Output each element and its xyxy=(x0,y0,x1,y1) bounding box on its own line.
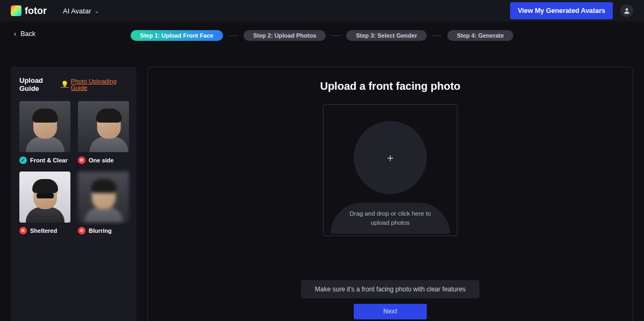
guide-label: ✓ Front & Clear xyxy=(19,156,70,164)
guide-image xyxy=(78,172,129,223)
x-icon: ✕ xyxy=(78,156,85,164)
lightbulb-icon: 💡 xyxy=(61,81,69,88)
avatar-silhouette: ＋ Drag and drop or click here to upload … xyxy=(331,121,449,236)
step-connector xyxy=(331,35,341,36)
guide-link-label: Photo Uploading Guide xyxy=(71,78,128,91)
guide-label-text: One side xyxy=(89,157,113,163)
guide-label: ✕ Blurring xyxy=(78,227,129,234)
guide-grid: ✓ Front & Clear ✕ One side ✕ xyxy=(19,101,128,234)
svg-point-0 xyxy=(626,8,628,11)
step-connector xyxy=(228,35,238,36)
upload-guide-panel: Upload Guide 💡 Photo Uploading Guide ✓ F… xyxy=(11,67,137,321)
x-icon: ✕ xyxy=(19,227,27,234)
brand-name: fotor xyxy=(25,5,47,17)
step-1-pill[interactable]: Step 1: Upload Front Face xyxy=(131,30,223,41)
steps-bar: Step 1: Upload Front Face Step 2: Upload… xyxy=(0,27,644,44)
header-right: View My Generated Avatars xyxy=(510,2,633,19)
content-title: Upload a front facing photo xyxy=(320,80,460,92)
sidebar-header: Upload Guide 💡 Photo Uploading Guide xyxy=(19,76,128,92)
sidebar-title: Upload Guide xyxy=(19,76,61,92)
guide-item-sheltered: ✕ Sheltered xyxy=(19,172,70,234)
guide-item-blurring: ✕ Blurring xyxy=(78,172,129,234)
x-icon: ✕ xyxy=(78,227,85,234)
step-2-pill[interactable]: Step 2: Upload Photos xyxy=(244,30,326,41)
guide-label: ✕ Sheltered xyxy=(19,227,70,234)
chevron-down-icon: ⌄ xyxy=(95,8,99,14)
upload-hint-text: Drag and drop or click here to upload ph… xyxy=(341,209,439,228)
user-avatar[interactable] xyxy=(620,4,633,17)
guide-image xyxy=(19,101,70,152)
chevron-left-icon: ‹ xyxy=(14,30,16,38)
view-generated-avatars-button[interactable]: View My Generated Avatars xyxy=(510,2,613,19)
header-left: fotor AI Avatar ⌄ xyxy=(11,5,99,17)
upload-dropzone[interactable]: ＋ Drag and drop or click here to upload … xyxy=(323,104,457,236)
guide-image xyxy=(78,101,129,152)
guide-item-front-clear: ✓ Front & Clear xyxy=(19,101,70,164)
ai-avatar-dropdown[interactable]: AI Avatar ⌄ xyxy=(63,7,99,15)
brand-logo[interactable]: fotor xyxy=(11,5,47,17)
step-4-pill[interactable]: Step 4: Generate xyxy=(447,30,513,41)
back-label: Back xyxy=(20,30,35,38)
guide-label: ✕ One side xyxy=(78,156,129,164)
hint-banner: Make sure it's a front facing photo with… xyxy=(301,280,480,298)
upload-content-panel: Upload a front facing photo ＋ Drag and d… xyxy=(147,67,633,321)
photo-uploading-guide-link[interactable]: 💡 Photo Uploading Guide xyxy=(61,78,128,91)
guide-label-text: Blurring xyxy=(89,227,112,234)
brand-logo-icon xyxy=(11,5,22,16)
guide-image xyxy=(19,172,70,223)
main-layout: Upload Guide 💡 Photo Uploading Guide ✓ F… xyxy=(0,67,644,321)
silhouette-body: Drag and drop or click here to upload ph… xyxy=(331,203,450,234)
step-connector xyxy=(432,35,442,36)
silhouette-head: ＋ xyxy=(354,121,427,194)
guide-item-one-side: ✕ One side xyxy=(78,101,129,164)
step-3-pill[interactable]: Step 3: Select Gender xyxy=(346,30,427,41)
guide-label-text: Front & Clear xyxy=(30,157,68,163)
guide-label-text: Sheltered xyxy=(30,227,57,234)
next-button[interactable]: Next xyxy=(354,304,427,319)
back-link[interactable]: ‹ Back xyxy=(14,30,35,38)
user-icon xyxy=(623,7,631,15)
ai-avatar-label: AI Avatar xyxy=(63,7,91,15)
app-header: fotor AI Avatar ⌄ View My Generated Avat… xyxy=(0,0,644,22)
check-icon: ✓ xyxy=(19,156,27,164)
plus-icon: ＋ xyxy=(385,151,396,165)
